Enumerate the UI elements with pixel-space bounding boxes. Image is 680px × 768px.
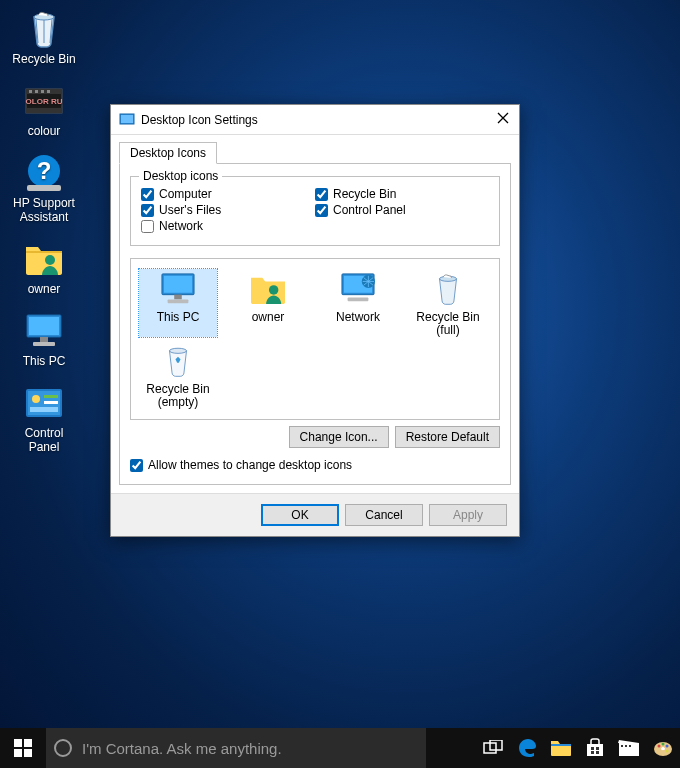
desktop-icon-hp-support[interactable]: ? HP Support Assistant bbox=[8, 152, 80, 224]
preview-recycle-full[interactable]: Recycle Bin (full) bbox=[409, 269, 487, 337]
svg-rect-36 bbox=[14, 739, 22, 747]
svg-rect-11 bbox=[27, 185, 61, 191]
recycle-bin-empty-icon bbox=[158, 341, 198, 381]
cancel-button[interactable]: Cancel bbox=[345, 504, 423, 526]
computer-icon bbox=[23, 310, 65, 352]
preview-label: Recycle Bin (empty) bbox=[139, 383, 217, 409]
svg-rect-16 bbox=[33, 342, 55, 346]
network-icon bbox=[338, 269, 378, 309]
user-folder-icon bbox=[248, 269, 288, 309]
windows-logo-icon bbox=[14, 739, 32, 757]
preview-label: owner bbox=[252, 311, 285, 324]
svg-rect-32 bbox=[348, 298, 369, 302]
check-users-files[interactable]: User's Files bbox=[141, 203, 315, 217]
preview-network[interactable]: Network bbox=[319, 269, 397, 337]
svg-rect-44 bbox=[591, 747, 594, 750]
svg-point-54 bbox=[662, 743, 665, 746]
svg-rect-14 bbox=[29, 317, 59, 335]
edge-button[interactable] bbox=[510, 728, 544, 768]
desktop-icon-label: colour bbox=[28, 124, 61, 138]
desktop-icon-settings-window: Desktop Icon Settings Desktop Icons Desk… bbox=[110, 104, 520, 537]
edge-icon bbox=[516, 737, 538, 759]
svg-rect-51 bbox=[629, 745, 631, 747]
cortana-search[interactable]: I'm Cortana. Ask me anything. bbox=[46, 728, 426, 768]
movies-icon bbox=[618, 739, 640, 757]
check-label: Network bbox=[159, 219, 203, 233]
svg-point-29 bbox=[269, 285, 278, 294]
video-file-icon: OLOR RU bbox=[23, 80, 65, 122]
svg-rect-27 bbox=[174, 295, 182, 300]
desktop-icon-label: Recycle Bin bbox=[12, 52, 75, 66]
svg-point-53 bbox=[658, 745, 661, 748]
task-view-button[interactable] bbox=[476, 728, 510, 768]
svg-rect-3 bbox=[26, 108, 62, 113]
svg-rect-26 bbox=[164, 276, 192, 293]
desktop-icon-this-pc[interactable]: This PC bbox=[8, 310, 80, 368]
svg-rect-20 bbox=[44, 395, 58, 398]
control-panel-icon bbox=[23, 382, 65, 424]
svg-point-56 bbox=[666, 750, 669, 753]
preview-this-pc[interactable]: This PC bbox=[139, 269, 217, 337]
allow-themes-label: Allow themes to change desktop icons bbox=[148, 458, 352, 472]
preview-recycle-empty[interactable]: Recycle Bin (empty) bbox=[139, 341, 217, 409]
preview-owner[interactable]: owner bbox=[229, 269, 307, 337]
check-network[interactable]: Network bbox=[141, 219, 315, 233]
desktop-icon-label: This PC bbox=[23, 354, 66, 368]
check-computer[interactable]: Computer bbox=[141, 187, 315, 201]
taskbar-tray bbox=[476, 728, 680, 768]
svg-rect-24 bbox=[121, 115, 133, 123]
svg-rect-21 bbox=[44, 401, 58, 404]
restore-default-button[interactable]: Restore Default bbox=[395, 426, 500, 448]
svg-rect-15 bbox=[40, 337, 48, 342]
desktop-icon-recycle-bin[interactable]: Recycle Bin bbox=[8, 8, 80, 66]
change-icon-button[interactable]: Change Icon... bbox=[289, 426, 389, 448]
close-button[interactable] bbox=[495, 112, 511, 128]
svg-rect-7 bbox=[47, 90, 50, 93]
file-explorer-button[interactable] bbox=[544, 728, 578, 768]
svg-text:OLOR RU: OLOR RU bbox=[26, 97, 63, 106]
apply-button[interactable]: Apply bbox=[429, 504, 507, 526]
window-icon bbox=[119, 112, 135, 128]
movies-button[interactable] bbox=[612, 728, 646, 768]
titlebar[interactable]: Desktop Icon Settings bbox=[111, 105, 519, 135]
desktop-icons-group: Desktop icons Computer User's Files Netw… bbox=[130, 176, 500, 246]
svg-rect-39 bbox=[24, 749, 32, 757]
desktop-icon-control-panel[interactable]: Control Panel bbox=[8, 382, 80, 454]
icon-preview-box: This PC owner Network Recycle Bin (full)… bbox=[130, 258, 500, 420]
svg-rect-6 bbox=[41, 90, 44, 93]
help-question-icon: ? bbox=[23, 152, 65, 194]
desktop-icon-label: owner bbox=[28, 282, 61, 296]
recycle-bin-full-icon bbox=[428, 269, 468, 309]
allow-themes-checkbox[interactable]: Allow themes to change desktop icons bbox=[130, 458, 500, 472]
check-label: Control Panel bbox=[333, 203, 406, 217]
check-recycle-bin[interactable]: Recycle Bin bbox=[315, 187, 489, 201]
user-folder-icon bbox=[23, 238, 65, 280]
check-label: User's Files bbox=[159, 203, 221, 217]
task-view-icon bbox=[483, 740, 503, 756]
svg-point-55 bbox=[666, 745, 669, 748]
tab-strip: Desktop Icons bbox=[111, 135, 519, 163]
svg-rect-37 bbox=[24, 739, 32, 747]
tab-body: Desktop icons Computer User's Files Netw… bbox=[119, 163, 511, 485]
check-control-panel[interactable]: Control Panel bbox=[315, 203, 489, 217]
svg-rect-45 bbox=[596, 747, 599, 750]
store-icon bbox=[585, 738, 605, 758]
recycle-bin-full-icon bbox=[23, 8, 65, 50]
svg-point-12 bbox=[45, 255, 55, 265]
svg-rect-42 bbox=[551, 744, 571, 746]
svg-rect-47 bbox=[596, 751, 599, 754]
start-button[interactable] bbox=[0, 728, 46, 768]
paint-button[interactable] bbox=[646, 728, 680, 768]
ok-button[interactable]: OK bbox=[261, 504, 339, 526]
svg-rect-4 bbox=[29, 90, 32, 93]
svg-rect-38 bbox=[14, 749, 22, 757]
tab-desktop-icons[interactable]: Desktop Icons bbox=[119, 142, 217, 164]
svg-point-19 bbox=[32, 395, 40, 403]
desktop-icon-label: Control Panel bbox=[8, 426, 80, 454]
desktop-icon-owner[interactable]: owner bbox=[8, 238, 80, 296]
taskbar: I'm Cortana. Ask me anything. bbox=[0, 728, 680, 768]
svg-rect-49 bbox=[621, 745, 623, 747]
folder-icon bbox=[550, 739, 572, 757]
desktop-icon-colour[interactable]: OLOR RU colour bbox=[8, 80, 80, 138]
store-button[interactable] bbox=[578, 728, 612, 768]
